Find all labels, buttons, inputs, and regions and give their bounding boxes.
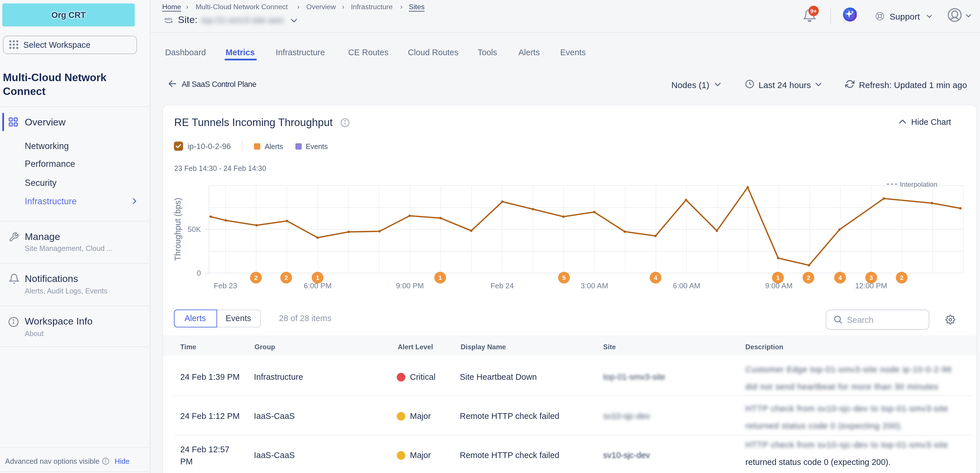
svg-text:1: 1 [316, 274, 319, 281]
svg-text:Throughput (bps): Throughput (bps) [173, 198, 182, 261]
svg-text:0: 0 [197, 269, 201, 277]
svg-text:1: 1 [776, 274, 780, 281]
svg-text:50K: 50K [188, 225, 201, 233]
svg-text:2: 2 [900, 274, 904, 281]
svg-text:2: 2 [254, 274, 258, 281]
svg-text:12:00 PM: 12:00 PM [855, 281, 887, 290]
svg-text:9:00 PM: 9:00 PM [396, 281, 424, 290]
svg-text:aws: aws [164, 16, 172, 21]
svg-text:4: 4 [838, 274, 842, 281]
svg-text:Feb 24: Feb 24 [491, 281, 514, 290]
svg-text:2: 2 [807, 274, 810, 281]
svg-text:Feb 23: Feb 23 [214, 281, 237, 290]
svg-text:2: 2 [285, 274, 288, 281]
svg-text:3:00 AM: 3:00 AM [581, 281, 608, 290]
svg-text:4: 4 [654, 274, 657, 281]
svg-text:5: 5 [562, 274, 566, 281]
svg-text:6:00 PM: 6:00 PM [304, 281, 332, 290]
svg-text:3: 3 [869, 274, 873, 281]
svg-text:9:00 AM: 9:00 AM [765, 281, 792, 290]
svg-text:1: 1 [439, 274, 442, 281]
svg-text:Interpolation: Interpolation [900, 181, 937, 188]
svg-text:6:00 AM: 6:00 AM [673, 281, 700, 290]
